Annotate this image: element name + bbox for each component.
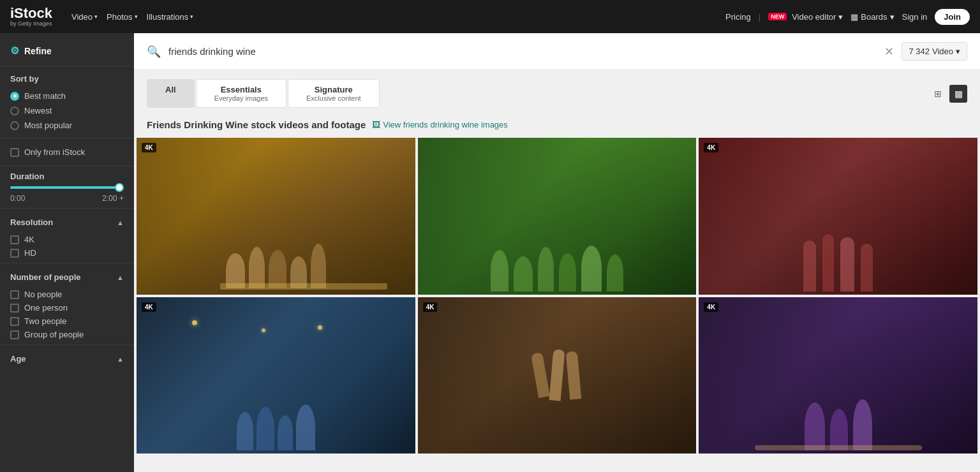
search-clear-icon[interactable]: ✕: [884, 45, 894, 59]
main-nav: Video ▾ Photos ▾ Illustrations ▾: [68, 10, 197, 24]
sort-options: Best match Newest Most popular: [10, 89, 124, 133]
video-badge-4k: 4K: [142, 143, 156, 152]
sort-best-match[interactable]: Best match: [10, 91, 124, 101]
radio-most-popular: [10, 121, 19, 130]
results-title: Friends Drinking Wine stock videos and f…: [147, 119, 366, 130]
sign-in-button[interactable]: Sign in: [902, 12, 928, 22]
logo-main: iStock: [10, 6, 52, 20]
nav-photos[interactable]: Photos ▾: [103, 10, 141, 24]
filter-tabs-area: All Essentials Everyday images Signature…: [134, 70, 980, 114]
resolution-title: Resolution: [10, 218, 53, 227]
checkbox-4k: [10, 235, 19, 244]
video-badge-4k: 4K: [142, 302, 156, 312]
age-title: Age: [10, 354, 26, 364]
checkbox-two-people: [10, 317, 19, 326]
istock-only-checkbox[interactable]: Only from iStock: [10, 144, 124, 161]
nav-video[interactable]: Video ▾: [68, 10, 101, 24]
resolution-options: 4K HD: [10, 235, 124, 258]
checkbox-group-of-people: [10, 330, 19, 339]
results-header: Friends Drinking Wine stock videos and f…: [134, 114, 980, 138]
video-thumb-5[interactable]: 4K: [418, 297, 697, 454]
nav-illustrations[interactable]: Illustrations ▾: [143, 10, 198, 24]
refine-icon: ⚙: [10, 45, 19, 57]
video-thumb-3[interactable]: 4K: [699, 138, 977, 295]
search-icon: 🔍: [147, 45, 161, 59]
video-grid: 4K: [134, 138, 980, 456]
logo: iStock by Getty Images: [10, 6, 52, 27]
chevron-down-icon: ▾: [890, 12, 895, 22]
video-thumb-4[interactable]: 4K: [137, 297, 415, 454]
chevron-up-icon: ▲: [117, 219, 124, 226]
number-of-people-section: Number of people ▲ No people One person …: [0, 263, 134, 344]
number-of-people-title: Number of people: [10, 272, 81, 282]
number-of-people-header[interactable]: Number of people ▲: [10, 269, 124, 286]
video-badge-4k: 4K: [704, 302, 718, 312]
refine-header[interactable]: ⚙ Refine: [0, 41, 134, 66]
sort-by-section: Sort by Best match Newest Most popular: [0, 66, 134, 138]
video-thumb-6[interactable]: 4K: [699, 297, 977, 454]
video-thumb-1[interactable]: 4K: [137, 138, 415, 295]
view-controls: ⊞ ▦: [929, 85, 967, 103]
age-section: Age ▲: [0, 344, 134, 372]
list-view-button[interactable]: ▦: [949, 85, 967, 103]
duration-slider[interactable]: [10, 186, 124, 189]
duration-label: Duration: [10, 172, 124, 181]
pricing-link[interactable]: Pricing: [725, 12, 751, 22]
search-input[interactable]: [168, 46, 877, 57]
chevron-down-icon: ▾: [838, 12, 843, 22]
people-two[interactable]: Two people: [10, 316, 124, 326]
people-none[interactable]: No people: [10, 290, 124, 299]
resolution-4k[interactable]: 4K: [10, 235, 124, 244]
chevron-down-icon: ▾: [956, 47, 960, 56]
tab-signature[interactable]: Signature Exclusive content: [288, 79, 380, 108]
header: iStock by Getty Images Video ▾ Photos ▾ …: [0, 0, 980, 33]
age-header[interactable]: Age ▲: [10, 350, 124, 367]
video-badge-4k: 4K: [704, 143, 718, 152]
main-layout: ⚙ Refine Sort by Best match Newest Most …: [0, 33, 980, 472]
sort-newest[interactable]: Newest: [10, 106, 124, 115]
checkbox-one-person: [10, 304, 19, 313]
duration-section: Duration 0:00 2:00 +: [0, 166, 134, 208]
resolution-hd[interactable]: HD: [10, 248, 124, 258]
logo-sub: by Getty Images: [10, 20, 52, 27]
chevron-down-icon: ▾: [94, 13, 98, 20]
chevron-up-icon: ▲: [117, 274, 124, 281]
istock-only-section: Only from iStock: [0, 138, 134, 166]
join-button[interactable]: Join: [935, 9, 970, 25]
content-area: 🔍 ✕ 7 342 Video ▾ All Essentials Everyda…: [134, 33, 980, 472]
video-thumb-2[interactable]: [418, 138, 697, 295]
sort-most-popular[interactable]: Most popular: [10, 121, 124, 130]
filter-tabs: All Essentials Everyday images Signature…: [147, 79, 380, 108]
resolution-header[interactable]: Resolution ▲: [10, 214, 124, 231]
tab-all[interactable]: All: [147, 79, 195, 108]
search-bar: 🔍 ✕ 7 342 Video ▾: [134, 33, 980, 70]
new-badge: NEW: [768, 13, 787, 20]
sort-by-title: Sort by: [10, 71, 124, 89]
checkbox-no-people: [10, 290, 19, 299]
chevron-down-icon: ▾: [190, 13, 193, 20]
grid-view-button[interactable]: ⊞: [929, 85, 947, 103]
duration-thumb[interactable]: [115, 183, 124, 192]
people-one[interactable]: One person: [10, 303, 124, 313]
video-editor-button[interactable]: Video editor ▾: [792, 12, 843, 22]
header-divider: |: [759, 12, 761, 22]
view-images-link[interactable]: 🖼 View friends drinking wine images: [372, 120, 508, 129]
resolution-section: Resolution ▲ 4K HD: [0, 208, 134, 263]
radio-newest: [10, 107, 19, 115]
tab-essentials[interactable]: Essentials Everyday images: [196, 79, 286, 108]
checkbox-istock-only: [10, 148, 19, 157]
results-count[interactable]: 7 342 Video ▾: [902, 42, 967, 61]
video-badge-4k: 4K: [423, 302, 438, 312]
people-group[interactable]: Group of people: [10, 330, 124, 339]
checkbox-hd: [10, 249, 19, 258]
image-icon: 🖼: [372, 120, 380, 129]
boards-button[interactable]: ▦ Boards ▾: [850, 12, 894, 22]
sidebar: ⚙ Refine Sort by Best match Newest Most …: [0, 33, 134, 472]
header-right: Pricing | NEW Video editor ▾ ▦ Boards ▾ …: [725, 9, 970, 25]
duration-fill: [10, 186, 124, 189]
people-options: No people One person Two people Group of…: [10, 290, 124, 339]
boards-icon: ▦: [850, 12, 858, 22]
chevron-up-icon: ▲: [117, 355, 124, 363]
video-editor-area: NEW Video editor ▾: [768, 12, 843, 22]
radio-best-match: [10, 92, 19, 101]
